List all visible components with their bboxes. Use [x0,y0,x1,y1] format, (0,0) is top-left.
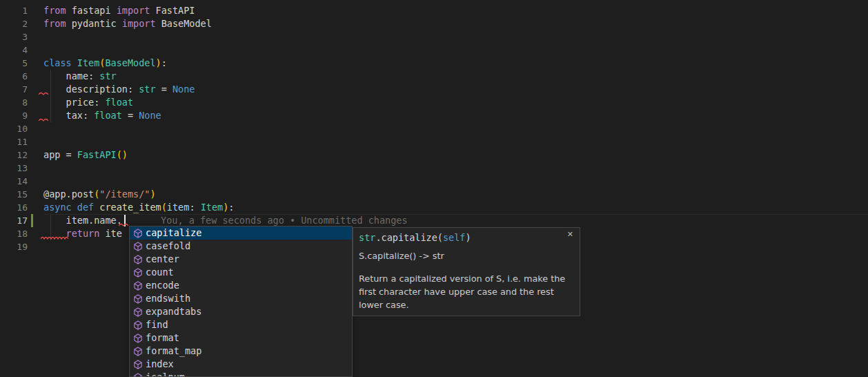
suggestion-item-endswith[interactable]: endswith [130,292,352,305]
line-number[interactable]: 16 [0,201,28,214]
code-line-text: tax: float = None [43,109,161,122]
symbol-method-icon [132,254,144,265]
code-line[interactable]: 1from fastapi import FastAPI [0,4,868,17]
docs-summary: S.capitalize() -> str [359,249,575,262]
line-number[interactable]: 13 [0,162,28,175]
line-number[interactable]: 8 [0,96,28,109]
suggestion-item-isalnum[interactable]: isalnum [130,371,352,377]
suggestion-item-casefold[interactable]: casefold [130,240,352,253]
code-line[interactable]: 5class Item(BaseModel): [0,57,868,70]
symbol-method-icon [132,267,144,278]
code-line[interactable]: 13 [0,162,868,175]
suggestion-label: format [146,331,179,345]
line-number[interactable]: 3 [0,30,28,44]
code-line-text: item.name. [43,214,122,227]
code-line[interactable]: 16async def create_item(item: Item): [0,201,868,214]
code-line-text: description: str = None [43,83,195,96]
code-line[interactable]: 3 [0,30,868,44]
docs-description: Return a capitalized version of S, i.e. … [359,272,575,311]
symbol-method-icon [132,359,144,370]
code-line-text: @app.post("/items/") [43,188,156,201]
line-number[interactable]: 2 [0,17,28,30]
code-line-text: from fastapi import FastAPI [43,4,195,17]
code-line[interactable]: 14 [0,175,868,188]
code-line[interactable]: 7 description: str = None [0,83,868,96]
code-line-text: async def create_item(item: Item): [43,201,234,214]
line-number[interactable]: 19 [0,240,28,253]
code-editor[interactable]: 1from fastapi import FastAPI2from pydant… [0,0,868,377]
suggestion-item-find[interactable]: find [130,318,352,331]
error-squiggle-icon [39,91,48,95]
suggestion-label: find [146,318,168,331]
code-line[interactable]: 8 price: float [0,96,868,109]
line-number[interactable]: 4 [0,44,28,57]
error-squiggle-icon [41,235,68,240]
suggestion-item-count[interactable]: count [130,266,352,279]
line-number[interactable]: 7 [0,83,28,96]
symbol-method-icon [132,241,144,252]
suggestion-label: encode [146,279,179,292]
suggestion-label: expandtabs [146,305,201,318]
suggestion-label: casefold [146,240,190,253]
code-line[interactable]: 4 [0,44,868,57]
line-number[interactable]: 12 [0,148,28,162]
line-number[interactable]: 14 [0,175,28,188]
symbol-method-icon [132,346,144,357]
suggestion-item-encode[interactable]: encode [130,279,352,292]
code-line-text: from pydantic import BaseModel [43,17,212,30]
suggestion-item-expandtabs[interactable]: expandtabs [130,305,352,318]
suggestion-docs-panel: str.capitalize(self) ✕ S.capitalize() ->… [353,227,580,316]
method-signature: str.capitalize(self) [359,231,471,244]
suggestion-label: format_map [146,345,201,358]
suggestion-label: count [146,266,174,279]
autocomplete-popup[interactable]: capitalize casefold center count encode … [129,226,353,377]
symbol-method-icon [132,307,144,318]
code-line-text: name: str [43,70,117,83]
suggestion-item-format[interactable]: format [130,331,352,345]
close-icon[interactable]: ✕ [567,230,573,239]
line-number[interactable]: 17 [0,214,28,227]
code-line[interactable]: 12app = FastAPI() [0,148,868,162]
code-line[interactable]: 6 name: str [0,70,868,83]
code-line-text: class Item(BaseModel): [43,57,167,70]
suggestion-item-capitalize[interactable]: capitalize [130,226,352,240]
code-line[interactable]: 2from pydantic import BaseModel [0,17,868,30]
code-line-text: price: float [43,96,133,109]
code-line[interactable]: 10 [0,122,868,135]
line-number[interactable]: 9 [0,109,28,122]
suggestion-label: center [146,253,179,266]
error-squiggle-icon [39,117,48,122]
line-number[interactable]: 15 [0,188,28,201]
gutter-added-indicator [31,214,33,227]
line-number[interactable]: 10 [0,122,28,135]
suggestion-label: index [146,358,174,371]
code-line[interactable]: 11 [0,135,868,148]
line-number[interactable]: 18 [0,227,28,240]
suggestion-label: endswith [146,292,190,305]
code-line-text: app = FastAPI() [43,148,128,162]
error-squiggle-icon [119,222,128,226]
symbol-method-icon [132,293,144,304]
symbol-method-icon [132,372,144,377]
suggestion-item-center[interactable]: center [130,253,352,266]
line-number[interactable]: 1 [0,4,28,17]
suggestion-item-index[interactable]: index [130,358,352,371]
suggestion-label: capitalize [146,226,201,240]
line-number[interactable]: 6 [0,70,28,83]
symbol-method-icon [132,333,144,344]
symbol-method-icon [132,228,144,239]
line-number[interactable]: 5 [0,57,28,70]
line-number[interactable]: 11 [0,135,28,148]
suggestion-item-format_map[interactable]: format_map [130,345,352,358]
code-line[interactable]: 9 tax: float = None [0,109,868,122]
code-line[interactable]: 15@app.post("/items/") [0,188,868,201]
symbol-method-icon [132,280,144,291]
suggestion-label: isalnum [146,371,185,377]
symbol-method-icon [132,320,144,331]
